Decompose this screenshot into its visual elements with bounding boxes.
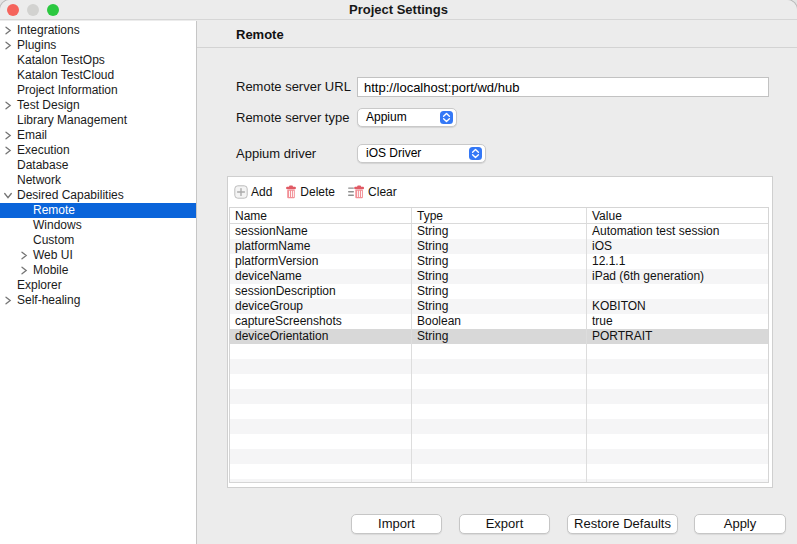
restore-button[interactable]: Restore Defaults bbox=[567, 514, 678, 534]
cell-name: deviceName bbox=[230, 269, 411, 284]
sidebar-item-label: Katalon TestOps bbox=[0, 53, 196, 68]
table-empty-row bbox=[230, 419, 768, 434]
chevron-right-icon[interactable] bbox=[4, 131, 12, 140]
cell-type: String bbox=[411, 254, 586, 269]
cell-type: String bbox=[411, 299, 586, 314]
close-button[interactable] bbox=[7, 4, 19, 16]
export-button[interactable]: Export bbox=[459, 514, 550, 534]
chevron-right-icon[interactable] bbox=[4, 101, 12, 110]
table-row[interactable]: captureScreenshotsBooleantrue bbox=[230, 314, 768, 329]
table-row[interactable]: deviceGroupStringKOBITON bbox=[230, 299, 768, 314]
minimize-button[interactable] bbox=[27, 4, 39, 16]
cell-type: String bbox=[411, 224, 586, 239]
up-down-chevrons-icon bbox=[470, 148, 481, 159]
column-header[interactable]: Name bbox=[230, 208, 411, 223]
sidebar-item-desired-capabilities[interactable]: Desired Capabilities bbox=[0, 188, 196, 203]
clear-button[interactable]: Clear bbox=[348, 185, 397, 199]
table-row[interactable]: platformVersionString12.1.1 bbox=[230, 254, 768, 269]
add-button[interactable]: Add bbox=[234, 185, 272, 199]
sidebar-item-label: Self-healing bbox=[0, 293, 196, 308]
import-button[interactable]: Import bbox=[351, 514, 442, 534]
sidebar-item-plugins[interactable]: Plugins bbox=[0, 38, 196, 53]
sidebar-item-self-healing[interactable]: Self-healing bbox=[0, 293, 196, 308]
window-title: Project Settings bbox=[0, 0, 797, 20]
sidebar-item-katalon-testops[interactable]: Katalon TestOps bbox=[0, 53, 196, 68]
cell-value: PORTRAIT bbox=[586, 329, 768, 344]
chevron-right-icon[interactable] bbox=[4, 296, 12, 305]
sidebar-item-label: Desired Capabilities bbox=[0, 188, 196, 203]
table-empty-row bbox=[230, 464, 768, 479]
sidebar-item-web-ui[interactable]: Web UI bbox=[0, 248, 196, 263]
sidebar-item-execution[interactable]: Execution bbox=[0, 143, 196, 158]
stepper-icon bbox=[440, 111, 453, 124]
cell-name: deviceOrientation bbox=[230, 329, 411, 344]
sidebar-item-label: Mobile bbox=[0, 263, 196, 278]
cell-name: sessionDescription bbox=[230, 284, 411, 299]
table-row[interactable]: sessionDescriptionString bbox=[230, 284, 768, 299]
cell-value: Automation test session bbox=[586, 224, 768, 239]
sidebar-item-library-management[interactable]: Library Management bbox=[0, 113, 196, 128]
sidebar-item-custom[interactable]: Custom bbox=[0, 233, 196, 248]
cell-value: true bbox=[586, 314, 768, 329]
chevron-right-icon[interactable] bbox=[20, 251, 28, 260]
sidebar-item-mobile[interactable]: Mobile bbox=[0, 263, 196, 278]
up-down-chevrons-icon bbox=[441, 112, 452, 123]
sidebar-item-label: Plugins bbox=[0, 38, 196, 53]
table-row[interactable]: platformNameStringiOS bbox=[230, 239, 768, 254]
chevron-right-icon[interactable] bbox=[20, 266, 28, 275]
sidebar-item-label: Web UI bbox=[0, 248, 196, 263]
table-row[interactable]: deviceNameStringiPad (6th generation) bbox=[230, 269, 768, 284]
sidebar-item-project-information[interactable]: Project Information bbox=[0, 83, 196, 98]
sidebar-item-label: Custom bbox=[0, 233, 196, 248]
sidebar-item-integrations[interactable]: Integrations bbox=[0, 23, 196, 38]
sidebar-item-database[interactable]: Database bbox=[0, 158, 196, 173]
sidebar-item-label: Windows bbox=[0, 218, 196, 233]
cell-type: String bbox=[411, 329, 586, 344]
column-header[interactable]: Type bbox=[411, 208, 586, 223]
table-empty-row bbox=[230, 434, 768, 449]
clear-button-label: Clear bbox=[368, 185, 397, 199]
chevron-right-icon[interactable] bbox=[4, 146, 12, 155]
cell-type: Boolean bbox=[411, 314, 586, 329]
remote-server-url-label: Remote server URL bbox=[236, 77, 351, 97]
sidebar-item-label: Email bbox=[0, 128, 196, 143]
chevron-down-icon[interactable] bbox=[4, 192, 13, 200]
sidebar-item-email[interactable]: Email bbox=[0, 128, 196, 143]
cell-type: String bbox=[411, 239, 586, 254]
sidebar-item-label: Database bbox=[0, 158, 196, 173]
sidebar-item-label: Library Management bbox=[0, 113, 196, 128]
chevron-right-icon[interactable] bbox=[4, 26, 12, 35]
trash-icon bbox=[285, 185, 297, 199]
sidebar-item-explorer[interactable]: Explorer bbox=[0, 278, 196, 293]
traffic-lights bbox=[7, 4, 59, 16]
table-empty-row bbox=[230, 404, 768, 419]
table-row[interactable]: deviceOrientationStringPORTRAIT bbox=[230, 329, 768, 344]
remote-server-url-input[interactable] bbox=[357, 77, 769, 97]
cell-value: KOBITON bbox=[586, 299, 768, 314]
sidebar-item-label: Network bbox=[0, 173, 196, 188]
appium-driver-select[interactable]: iOS Driver bbox=[357, 144, 486, 163]
table-row[interactable]: sessionNameStringAutomation test session bbox=[230, 224, 768, 239]
capabilities-table: NameTypeValue sessionNameStringAutomatio… bbox=[229, 207, 769, 483]
sidebar-item-remote[interactable]: Remote bbox=[0, 203, 196, 218]
remote-server-type-value: Appium bbox=[366, 110, 407, 124]
cell-value: iOS bbox=[586, 239, 768, 254]
cell-name: platformVersion bbox=[230, 254, 411, 269]
appium-driver-value: iOS Driver bbox=[366, 146, 421, 160]
cell-type: String bbox=[411, 269, 586, 284]
remote-server-type-select[interactable]: Appium bbox=[357, 108, 457, 127]
sidebar-item-network[interactable]: Network bbox=[0, 173, 196, 188]
sidebar-item-label: Project Information bbox=[0, 83, 196, 98]
delete-button[interactable]: Delete bbox=[285, 185, 335, 199]
sidebar-item-test-design[interactable]: Test Design bbox=[0, 98, 196, 113]
chevron-right-icon[interactable] bbox=[4, 41, 12, 50]
main-panel: Remote Remote server URL Remote server t… bbox=[197, 21, 797, 544]
cell-value: 12.1.1 bbox=[586, 254, 768, 269]
apply-button[interactable]: Apply bbox=[694, 514, 786, 534]
table-empty-row bbox=[230, 374, 768, 389]
sidebar-item-katalon-testcloud[interactable]: Katalon TestCloud bbox=[0, 68, 196, 83]
clear-list-trash-icon bbox=[348, 185, 365, 199]
zoom-button[interactable] bbox=[47, 4, 59, 16]
column-header[interactable]: Value bbox=[586, 208, 768, 223]
sidebar-item-windows[interactable]: Windows bbox=[0, 218, 196, 233]
